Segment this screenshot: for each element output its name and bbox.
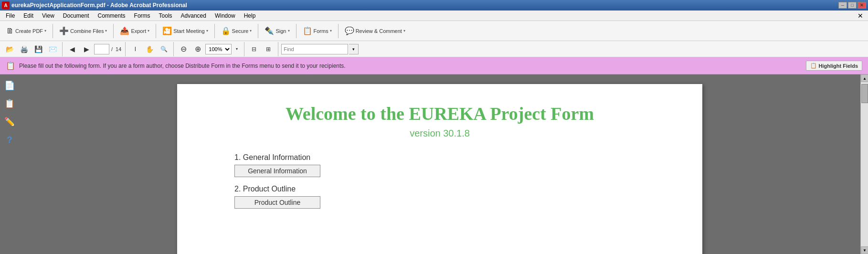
combine-arrow: ▾ xyxy=(105,29,107,33)
section-1-button[interactable]: General Information xyxy=(234,165,320,177)
combine-files-button[interactable]: ➕ Combine Files ▾ xyxy=(56,24,110,37)
find-input[interactable] xyxy=(281,44,348,54)
menu-file[interactable]: File xyxy=(2,11,19,20)
scroll-down-button[interactable]: ▼ xyxy=(861,246,868,254)
app-icon: A xyxy=(2,1,10,9)
pdf-page: Welcome to the EUREKA Project Form versi… xyxy=(177,84,702,254)
menu-help[interactable]: Help xyxy=(240,11,260,20)
close-icon[interactable]: ✕ xyxy=(855,12,866,20)
save-button[interactable]: 💾 xyxy=(32,43,45,55)
section-2-title: 2. Product Outline xyxy=(234,185,674,193)
export-icon: 📤 xyxy=(120,26,129,35)
section-1-title: 1. General Information xyxy=(234,153,674,162)
print-button[interactable]: 🖨️ xyxy=(17,43,31,55)
sign-arrow: ▾ xyxy=(288,29,290,33)
create-pdf-arrow: ▾ xyxy=(44,29,46,33)
zoom-dropdown-button[interactable]: ▾ xyxy=(233,43,241,55)
left-sidebar: 📄 📋 ✏️ ? xyxy=(0,74,19,254)
page-number-input[interactable]: 1 xyxy=(94,44,109,54)
separator3 xyxy=(156,24,156,38)
pdf-area: Welcome to the EUREKA Project Form versi… xyxy=(19,74,860,254)
menu-view[interactable]: View xyxy=(38,11,58,20)
prev-page-button[interactable]: ◀ xyxy=(65,43,79,55)
sidebar-bookmark-icon[interactable]: 📋 xyxy=(2,96,17,111)
zoom-in-button[interactable]: ⊕ xyxy=(191,43,204,55)
separator6 xyxy=(296,24,296,38)
main-area: 📄 📋 ✏️ ? Welcome to the EUREKA Project F… xyxy=(0,74,868,254)
notification-text: Please fill out the following form. If y… xyxy=(19,63,806,69)
cursor-tool[interactable]: I xyxy=(128,43,142,55)
nav-sep3 xyxy=(173,42,174,56)
main-toolbar: 🗎 Create PDF ▾ ➕ Combine Files ▾ 📤 Expor… xyxy=(0,21,868,41)
nav-sep5 xyxy=(278,42,278,56)
menu-bar: File Edit View Document Comments Forms T… xyxy=(0,11,868,21)
menu-tools[interactable]: Tools xyxy=(155,11,176,20)
create-pdf-button[interactable]: 🗎 Create PDF ▾ xyxy=(3,25,50,37)
meeting-arrow: ▾ xyxy=(206,29,208,33)
export-button[interactable]: 📤 Export ▾ xyxy=(116,24,153,37)
separator2 xyxy=(113,24,114,38)
sidebar-help-icon[interactable]: ? xyxy=(2,133,17,147)
separator5 xyxy=(258,24,258,38)
menu-edit[interactable]: Edit xyxy=(20,11,37,20)
highlight-fields-button[interactable]: 📋 Highlight Fields xyxy=(806,61,863,71)
forms-arrow: ▾ xyxy=(330,29,332,33)
right-scrollbar[interactable]: ▲ ▼ xyxy=(860,74,868,254)
nav-sep4 xyxy=(244,42,244,56)
zoom-out-button[interactable]: ⊖ xyxy=(177,43,190,55)
separator xyxy=(53,24,53,38)
highlight-fields-icon: 📋 xyxy=(810,63,817,69)
page-separator: / xyxy=(110,46,114,52)
menu-advanced[interactable]: Advanced xyxy=(177,11,210,20)
combine-files-icon: ➕ xyxy=(59,26,69,35)
review-icon: 💬 xyxy=(345,26,354,35)
find-arrow[interactable]: ▾ xyxy=(349,44,359,54)
scroll-up-button[interactable]: ▲ xyxy=(861,74,868,82)
window-title: eurekaProjectApplicationForm.pdf - Adobe… xyxy=(11,2,187,9)
separator7 xyxy=(338,24,339,38)
menu-window[interactable]: Window xyxy=(211,11,239,20)
close-button[interactable]: ✕ xyxy=(857,2,866,9)
pdf-version: version 30.1.8 xyxy=(206,128,674,139)
review-comment-button[interactable]: 💬 Review & Comment ▾ xyxy=(341,24,409,37)
export-arrow: ▾ xyxy=(148,29,149,33)
fit-width-button[interactable]: ⊞ xyxy=(262,43,275,55)
separator4 xyxy=(214,24,215,38)
sidebar-signature-icon[interactable]: ✏️ xyxy=(2,115,17,129)
fit-page-button[interactable]: ⊟ xyxy=(247,43,261,55)
sign-button[interactable]: ✒️ Sign ▾ xyxy=(261,24,293,37)
maximize-button[interactable]: □ xyxy=(848,2,857,9)
menu-comments[interactable]: Comments xyxy=(94,11,129,20)
title-bar: A eurekaProjectApplicationForm.pdf - Ado… xyxy=(0,0,868,11)
hand-tool[interactable]: ✋ xyxy=(143,43,156,55)
notification-bar: 📋 Please fill out the following form. If… xyxy=(0,57,868,74)
email-button[interactable]: ✉️ xyxy=(46,43,59,55)
zoom-tool[interactable]: 🔍 xyxy=(157,43,170,55)
forms-icon: 📋 xyxy=(303,26,312,35)
menu-forms[interactable]: Forms xyxy=(130,11,154,20)
create-pdf-icon: 🗎 xyxy=(6,27,14,35)
start-meeting-button[interactable]: 🎦 Start Meeting ▾ xyxy=(159,24,211,37)
next-page-button[interactable]: ▶ xyxy=(80,43,93,55)
start-meeting-icon: 🎦 xyxy=(162,26,172,35)
section-2: 2. Product Outline Product Outline xyxy=(234,185,674,209)
total-pages: 14 xyxy=(115,46,122,52)
nav-sep1 xyxy=(62,42,63,56)
secure-icon: 🔒 xyxy=(221,26,231,35)
nav-sep2 xyxy=(125,42,126,56)
forms-button[interactable]: 📋 Forms ▾ xyxy=(299,24,335,37)
open-button[interactable]: 📂 xyxy=(3,43,16,55)
minimize-button[interactable]: ─ xyxy=(838,2,847,9)
form-icon: 📋 xyxy=(6,61,15,70)
scroll-track[interactable] xyxy=(861,82,868,246)
scroll-thumb[interactable] xyxy=(861,84,868,103)
sidebar-page-icon[interactable]: 📄 xyxy=(2,78,17,93)
zoom-select[interactable]: 100% 75% 125% 150% 200% xyxy=(205,44,232,54)
sign-icon: ✒️ xyxy=(265,26,274,35)
secure-button[interactable]: 🔒 Secure ▾ xyxy=(218,24,255,37)
nav-toolbar: 📂 🖨️ 💾 ✉️ ◀ ▶ 1 / 14 I ✋ 🔍 ⊖ ⊕ 100% 75% … xyxy=(0,41,868,57)
menu-document[interactable]: Document xyxy=(59,11,93,20)
secure-arrow: ▾ xyxy=(250,29,252,33)
pdf-title: Welcome to the EUREKA Project Form xyxy=(206,103,674,124)
section-2-button[interactable]: Product Outline xyxy=(234,196,320,209)
